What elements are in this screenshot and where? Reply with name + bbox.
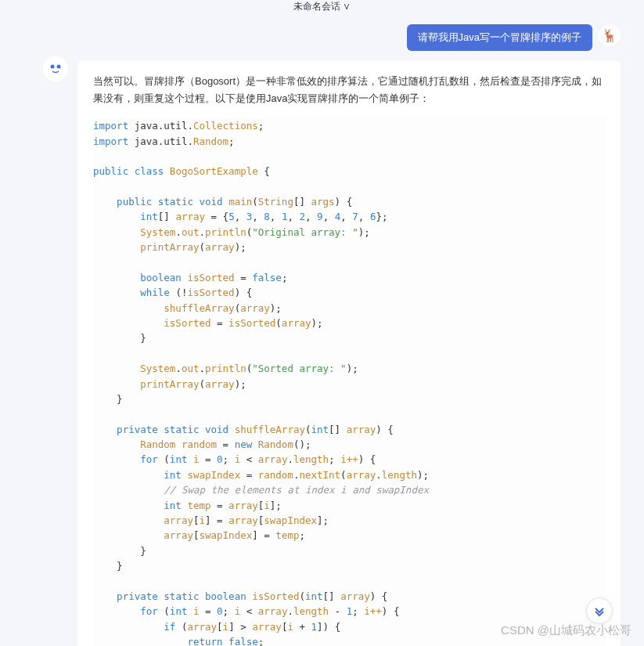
code-num: 1 — [282, 211, 288, 222]
code-var: array — [164, 529, 193, 541]
user-message-bubble: 请帮我用Java写一个冒牌排序的例子 — [407, 24, 592, 51]
code-mth: isSorted — [252, 590, 299, 602]
code-kw: boolean — [140, 272, 182, 283]
bot-intro-text: 当然可以。冒牌排序（Bogosort）是一种非常低效的排序算法，它通过随机打乱数… — [93, 73, 605, 107]
code-kw: for — [140, 605, 158, 617]
code-kw: void — [199, 196, 222, 208]
code-var: length — [382, 469, 417, 481]
code-var: random — [258, 469, 293, 481]
code-kw: import — [93, 120, 128, 132]
code-var: array — [240, 302, 270, 314]
code-num: 7 — [352, 211, 358, 222]
code-var: array — [175, 211, 205, 222]
code-var: swapIndex — [199, 529, 252, 541]
code-var: i++ — [364, 605, 382, 617]
code-var: array — [258, 605, 288, 617]
code-var: array — [205, 378, 235, 390]
code-kw: static — [164, 424, 199, 435]
code-var: i — [235, 453, 241, 465]
code-var: isSorted — [187, 272, 234, 283]
code-cls: Random — [193, 135, 228, 147]
code-var: array — [228, 514, 258, 526]
code-var: i — [193, 605, 200, 617]
code-var: out — [182, 226, 200, 238]
code-var: swapIndex — [264, 514, 317, 526]
code-kw: boolean — [205, 590, 246, 602]
code-kw: int — [305, 590, 323, 602]
code-comment: // Swap the elements at index i and swap… — [164, 484, 429, 496]
code-var: temp — [275, 529, 299, 541]
scroll-down-button[interactable] — [586, 597, 613, 624]
code-var: array — [258, 453, 288, 465]
code-kw: int — [140, 211, 158, 222]
code-var: array — [347, 424, 376, 435]
code-var: i — [287, 621, 293, 633]
bot-message-content: 当然可以。冒牌排序（Bogosort）是一种非常低效的排序算法，它通过随机打乱数… — [77, 60, 621, 646]
code-mth: nextInt — [299, 469, 340, 481]
code-kw: int — [170, 453, 188, 465]
code-var: array — [252, 621, 282, 633]
code-cls: BogoSortExample — [170, 165, 258, 177]
code-kw: int — [164, 469, 182, 481]
code-var: out — [182, 363, 200, 374]
code-var: i — [235, 605, 241, 617]
code-var: array — [347, 469, 376, 481]
code-cls: Random — [140, 438, 175, 450]
bot-face-icon — [46, 60, 65, 78]
code-var: array — [340, 590, 370, 602]
code-var: length — [293, 453, 329, 465]
code-mth: println — [205, 226, 246, 238]
code-kw: for — [140, 453, 158, 465]
code-str: "Sorted array: " — [252, 363, 346, 374]
code-str: "Original array: " — [252, 226, 358, 238]
code-kw: int — [311, 424, 329, 435]
code-var: random — [182, 438, 217, 450]
code-num: 9 — [317, 211, 323, 222]
code-mth: isSorted — [228, 317, 275, 329]
code-sys: System — [140, 226, 175, 238]
code-num: 6 — [370, 211, 376, 222]
code-num: 2 — [300, 211, 306, 222]
code-num: 0 — [217, 605, 223, 617]
code-num: 4 — [335, 211, 341, 222]
code-var: array — [205, 241, 235, 253]
code-txt: java.util. — [128, 135, 193, 147]
user-avatar[interactable]: 🦌 — [599, 24, 621, 46]
code-var: i — [199, 514, 205, 526]
code-txt: java.util. — [128, 120, 193, 132]
code-var: temp — [187, 500, 210, 511]
bot-message-row: 当然可以。冒牌排序（Bogosort）是一种非常低效的排序算法，它通过随机打乱数… — [0, 60, 644, 646]
code-num: 8 — [264, 211, 270, 222]
code-kw: while — [140, 287, 170, 298]
code-cls: String — [258, 196, 293, 208]
deer-icon: 🦌 — [602, 28, 617, 43]
code-var: isSorted — [164, 317, 210, 329]
code-var: isSorted — [187, 287, 234, 298]
code-num: 1 — [311, 621, 318, 633]
code-var: array — [164, 514, 193, 526]
code-kw: import — [93, 135, 128, 147]
code-kw: class — [135, 165, 164, 177]
code-kw: private — [117, 590, 158, 602]
code-mth: main — [228, 196, 252, 208]
code-mth: println — [205, 363, 246, 374]
code-kw: int — [170, 605, 188, 617]
user-message-row: 请帮我用Java写一个冒牌排序的例子 🦌 — [0, 15, 644, 60]
code-sys: System — [140, 363, 175, 374]
code-var: length — [293, 605, 329, 617]
conversation-title[interactable]: 未命名会话 ∨ — [0, 0, 644, 15]
code-mth: shuffleArray — [164, 302, 234, 314]
code-var: i — [264, 500, 270, 511]
code-var: array — [228, 500, 258, 511]
bot-avatar[interactable] — [43, 56, 68, 81]
code-num: 1 — [347, 605, 353, 617]
code-mth: printArray — [140, 378, 199, 390]
code-var: i — [223, 621, 229, 633]
code-kw: return — [187, 636, 222, 646]
code-kw: public — [117, 196, 152, 208]
code-block[interactable]: import java.util.Collections; import jav… — [93, 118, 605, 646]
code-kw: new — [235, 438, 253, 450]
code-kw: public — [93, 165, 128, 177]
code-kw: private — [117, 424, 158, 435]
code-mth: printArray — [140, 241, 199, 253]
